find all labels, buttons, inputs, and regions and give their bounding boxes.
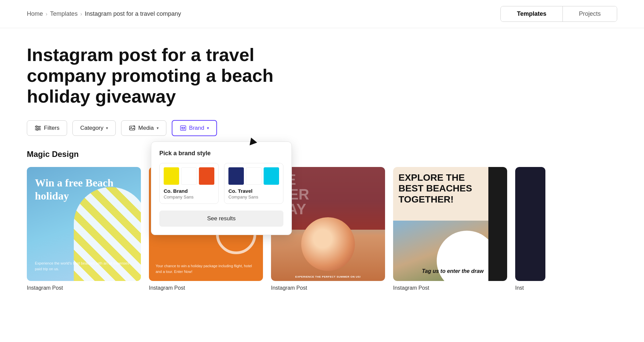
- section-title: Magic Design: [27, 150, 617, 159]
- svg-point-5: [37, 129, 38, 130]
- card3-people: [301, 217, 355, 271]
- brand-color-swatch-white2: [246, 167, 262, 185]
- brand-color-swatch-yellow: [164, 167, 179, 185]
- template-label-5: Inst: [515, 285, 545, 291]
- breadcrumb-current: Instagram post for a travel company: [85, 10, 181, 17]
- category-chevron-icon: ▾: [106, 126, 108, 130]
- template-label-1: Instagram Post: [27, 285, 141, 291]
- card1-bg: Win a free Beach holiday Experience the …: [27, 167, 141, 281]
- media-chevron-icon: ▾: [157, 126, 159, 130]
- brand-chevron-icon: ▾: [207, 126, 209, 130]
- filters-icon: [35, 125, 41, 131]
- svg-point-3: [36, 126, 37, 127]
- media-label: Media: [138, 125, 154, 131]
- card1-title: Win a free Beach holiday: [35, 176, 133, 202]
- brand-color-swatch-navy: [228, 167, 244, 185]
- card4-bg: EXPLORE THE BEST BEACHES TOGETHER! Tag u…: [393, 167, 507, 281]
- breadcrumb: Home › Templates › Instagram post for a …: [27, 10, 181, 17]
- brand-option-2-font: Company Sans: [228, 194, 279, 199]
- media-button[interactable]: Media ▾: [121, 120, 166, 136]
- header: Home › Templates › Instagram post for a …: [0, 0, 644, 28]
- svg-point-4: [38, 127, 40, 129]
- brand-option-2[interactable]: Co. Travel Company Sans: [224, 163, 283, 204]
- brand-button[interactable]: Brand ▾: [172, 120, 217, 136]
- page-title: Instagram post for a travel company prom…: [27, 44, 329, 107]
- brand-color-swatch-orange: [199, 167, 214, 185]
- template-label-4: Instagram Post: [393, 285, 507, 291]
- filters-label: Filters: [44, 125, 59, 131]
- brand-label: Brand: [189, 125, 204, 131]
- template-label-2: Instagram Post: [149, 285, 263, 291]
- card4-title: EXPLORE THE BEST BEACHES TOGETHER!: [398, 172, 484, 205]
- page-content: Instagram post for a travel company prom…: [0, 28, 644, 291]
- template-card-1[interactable]: Win a free Beach holiday Experience the …: [27, 167, 141, 291]
- card4-tag: Tag us to enter the draw: [422, 268, 484, 274]
- template-image-5: [515, 167, 545, 281]
- brand-colors-2: [228, 167, 279, 185]
- breadcrumb-sep-2: ›: [80, 11, 82, 17]
- brand-color-swatch-cyan: [264, 167, 279, 185]
- brand-color-swatch-white: [181, 167, 197, 185]
- template-image-4: EXPLORE THE BEST BEACHES TOGETHER! Tag u…: [393, 167, 507, 281]
- breadcrumb-home[interactable]: Home: [27, 10, 43, 17]
- svg-rect-8: [180, 126, 186, 130]
- template-card-4[interactable]: EXPLORE THE BEST BEACHES TOGETHER! Tag u…: [393, 167, 507, 291]
- svg-rect-10: [183, 127, 185, 128]
- brand-option-1-name: Co. Brand: [164, 188, 214, 194]
- filters-button[interactable]: Filters: [27, 120, 67, 136]
- brand-icon: [180, 125, 186, 131]
- category-button[interactable]: Category ▾: [72, 120, 116, 136]
- see-results-button[interactable]: See results: [159, 211, 283, 227]
- card1-subtitle: Experience the world's best beaches with…: [35, 261, 133, 272]
- media-icon: [129, 125, 136, 131]
- tab-projects[interactable]: Projects: [562, 6, 617, 21]
- card3-people-inner: [301, 217, 355, 271]
- nav-tabs: Templates Projects: [500, 6, 617, 22]
- template-label-3: Instagram Post: [271, 285, 385, 291]
- brand-dropdown-title: Pick a brand style: [159, 150, 283, 157]
- card5-bg: [515, 167, 545, 281]
- template-grid: Win a free Beach holiday Experience the …: [27, 167, 617, 291]
- brand-option-1-font: Company Sans: [164, 194, 214, 199]
- tab-templates[interactable]: Templates: [501, 6, 562, 21]
- brand-option-1[interactable]: Co. Brand Company Sans: [159, 163, 219, 204]
- svg-rect-9: [181, 127, 183, 128]
- card3-bottom-text: EXPERIENCE THE PERFECT SUMMER ON US!: [271, 275, 385, 278]
- brand-options: Co. Brand Company Sans Co. Travel Compan…: [159, 163, 283, 204]
- breadcrumb-templates[interactable]: Templates: [50, 10, 77, 17]
- brand-option-2-name: Co. Travel: [228, 188, 279, 194]
- svg-point-7: [131, 127, 132, 128]
- template-card-5[interactable]: Inst: [515, 167, 545, 291]
- card4-dark-edge: [488, 167, 507, 281]
- template-image-1: Win a free Beach holiday Experience the …: [27, 167, 141, 281]
- brand-dropdown: Pick a brand style Co. Brand Company San…: [151, 141, 292, 235]
- filter-bar: Filters Category ▾ Media ▾ Brand: [27, 120, 617, 136]
- category-label: Category: [80, 125, 103, 131]
- brand-colors-1: [164, 167, 214, 185]
- card2-subtitle: Your chance to win a holiday package inc…: [156, 263, 256, 274]
- breadcrumb-sep-1: ›: [46, 11, 47, 17]
